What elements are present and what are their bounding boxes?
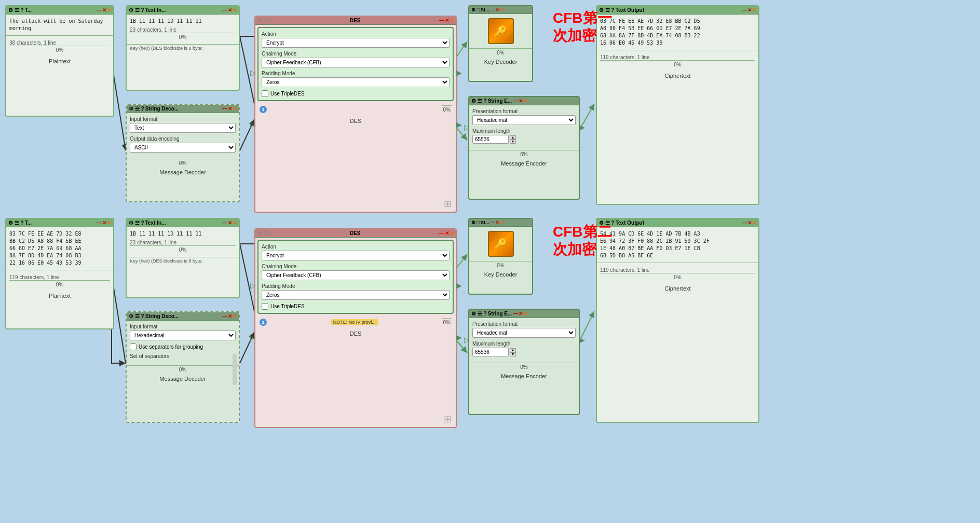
action-label-2: Action	[262, 244, 450, 250]
max-length-input-2[interactable]	[472, 348, 509, 356]
string-decoder-progress-1: 0%	[127, 159, 239, 167]
spin-up-2[interactable]: ▲	[510, 348, 516, 352]
plaintext-content-1: The attack will be on Saturday morning	[6, 15, 113, 35]
minimize-icon[interactable]: —	[97, 7, 102, 13]
spin-down-1[interactable]: ▼	[510, 140, 516, 144]
des-title-2: DES	[273, 230, 439, 236]
presentation-select-1[interactable]: Hexadecimal	[472, 115, 576, 125]
action-select-2[interactable]: Encrypt	[262, 251, 450, 260]
max-length-group-1: Maximum length ▲ ▼	[472, 128, 576, 144]
message-encoder-content-1: Presentation format Hexadecimal Maximum …	[469, 105, 579, 150]
string-decoder-title-1: String Deco...	[145, 106, 221, 112]
max-length-label-2: Maximum length	[472, 341, 576, 347]
text-output-node-2: ⚙ ☰ ? Text Output — ✕ ✕ 54 41 9A CD 6E 4…	[596, 218, 759, 423]
string-decoder-content-1: Input format Text Output data encoding A…	[127, 113, 239, 159]
string-decoder-header-1: ⚙ ☰ ? String Deco... — ✕ ✕	[127, 105, 239, 113]
key-decoder-content-1: 🔑	[469, 14, 532, 48]
encoder-label-2: Message Encoder	[469, 372, 579, 380]
padding-group-2: Padding Mode Zeros	[262, 283, 450, 300]
triple-des-label-2: Use TripleDES	[270, 304, 305, 309]
des-badge-1: 1	[260, 106, 267, 113]
des-output-connector-3: ▶	[456, 281, 462, 290]
plaintext-node-1: ⚙ ☰ ? T... — ✕ ✕ The attack will be on S…	[5, 5, 114, 117]
input-format-group-2: Input format Hexadecimal	[130, 324, 236, 340]
spin-up-1[interactable]: ▲	[510, 135, 516, 140]
spin-down-2[interactable]: ▼	[510, 352, 516, 356]
text-output-content-1: 03 7C FE EE AE 7D 32 E8 BB C2 D5 A8 88 F…	[597, 15, 758, 50]
string-decoder-node-1: ⚙ ☰ ? String Deco... — ✕ ✕ Input format …	[126, 104, 240, 202]
text-input-header-2: ⚙ ☰ ? Text In... — ✕ ✕	[127, 219, 239, 227]
des-note-2: NOTE: No IV provi...	[331, 319, 378, 325]
encoder-connector-2: ▷	[464, 336, 470, 344]
key-progress-2: 0%	[130, 245, 236, 254]
des-header-1: ⚙ ☰ ? DES — ✕ ✕	[255, 17, 456, 25]
output-encoding-select-1[interactable]: ASCII	[130, 143, 236, 153]
close-icons[interactable]: — ✕ ✕	[97, 7, 111, 13]
des-resize-icon-2[interactable]: ⊞	[444, 414, 452, 425]
input-format-select-2[interactable]: Hexadecimal	[130, 331, 236, 340]
chaining-select-2[interactable]: Cipher Feedback (CFB)	[262, 270, 450, 280]
header-icons[interactable]: ⚙ ☰ ?	[8, 7, 24, 13]
presentation-label-2: Presentation format	[472, 321, 576, 327]
key-decoder-image-1: 🔑	[488, 18, 514, 44]
des-resize-icon-1[interactable]: ⊞	[444, 198, 452, 210]
string-decoder-progress-2: 0%	[127, 365, 239, 374]
spin-buttons-2[interactable]: ▲ ▼	[510, 348, 516, 356]
key-decoder-image-2: 🔑	[488, 231, 514, 257]
padding-select-1[interactable]: Zeros	[262, 77, 450, 87]
cipher-label-1: Ciphertext	[597, 72, 758, 80]
text-output-title-2: Text Output	[616, 220, 741, 226]
action-group-1: Action Encrypt	[262, 31, 450, 48]
presentation-select-2[interactable]: Hexadecimal	[472, 328, 576, 338]
plaintext-node-2: ⚙ ☰ ? T... — ✕ ✕ 03 7C FE EE AE 7D 32 E8…	[5, 218, 114, 329]
key-decoder-node-1: ⚙ □ St... — ✕ ✕ 🔑 0% Key Decoder	[468, 5, 533, 82]
string-decoder-content-2: Input format Hexadecimal Use separators …	[127, 321, 239, 365]
spin-buttons-1[interactable]: ▲ ▼	[510, 135, 516, 144]
triple-des-checkbox-2[interactable]	[262, 303, 268, 310]
key-decoder-progress-2: 0%	[469, 261, 532, 269]
presentation-group-1: Presentation format Hexadecimal	[472, 108, 576, 125]
input-format-label-2: Input format	[130, 324, 236, 329]
text-input-header-1: ⚙ ☰ ? Text In... — ✕ ✕	[127, 6, 239, 15]
chaining-label-1: Chaining Mode	[262, 51, 450, 57]
text-output-node-1: ⚙ ☰ ? Text Output — ✕ ✕ 03 7C FE EE AE 7…	[596, 5, 759, 205]
text-input-node-1: ⚙ ☰ ? Text In... — ✕ ✕ 1B 11 11 11 1D 11…	[126, 5, 240, 91]
des-progress-2: 0%	[442, 318, 452, 326]
message-encoder-content-2: Presentation format Hexadecimal Maximum …	[469, 318, 579, 363]
message-encoder-header-1: ⚙ ☰ ? String E... — ✕ ✕	[469, 97, 579, 105]
scrollbar-2[interactable]	[233, 354, 237, 385]
string-decoder-label-2: Message Decoder	[127, 375, 239, 383]
padding-select-2[interactable]: Zeros	[262, 290, 450, 300]
action-select-1[interactable]: Encrypt	[262, 38, 450, 48]
svg-line-7	[240, 244, 254, 311]
key-progress-1: 0%	[130, 33, 236, 41]
des-input-connector-2: ▷	[250, 120, 256, 129]
message-encoder-node-2: ⚙ ☰ ? String E... — ✕ ✕ ▷ ▶ Presentation…	[468, 309, 580, 415]
cipher-progress-1: 0%	[600, 60, 755, 68]
key-hex-text-1: 1B 11 11 11 1D 11 11 11	[130, 18, 236, 25]
plaintext-text-2: 03 7C FE EE AE 7D 32 E8 BB C2 D5 A8 88 F…	[9, 230, 110, 267]
input-format-select-1[interactable]: Text	[130, 123, 236, 133]
output-encoding-label-1: Output data encoding	[130, 136, 236, 142]
destroy-icon[interactable]: ✕	[107, 7, 111, 13]
triple-des-checkbox-1[interactable]	[262, 90, 268, 97]
chaining-select-1[interactable]: Cipher Feedback (CFB)	[262, 58, 450, 67]
separator-checkbox-2[interactable]	[130, 343, 137, 350]
key-decoder-title-2: St...	[481, 220, 489, 225]
max-length-input-1[interactable]	[472, 135, 509, 144]
des-input-connector-1: ▷	[250, 68, 256, 77]
plaintext-header-1: ⚙ ☰ ? T... — ✕ ✕	[6, 6, 113, 15]
encoder-label-1: Message Encoder	[469, 159, 579, 168]
chaining-group-2: Chaining Mode Cipher Feedback (CFB)	[262, 264, 450, 280]
cipher-charcount-2: 119 characters, 1 line	[600, 267, 755, 273]
key-decoder-label-1: Key Decoder	[469, 58, 532, 66]
plaintext-label-1: Plaintext	[6, 57, 113, 65]
des-input-connector-3: ▷	[250, 281, 256, 290]
cipher-progress-2: 0%	[600, 273, 755, 281]
key-decoder-label-2: Key Decoder	[469, 270, 532, 279]
annotation-2: CFB第二 次加密	[553, 223, 612, 258]
cipher-label-2: Ciphertext	[597, 284, 758, 293]
max-length-input-group-2: ▲ ▼	[472, 348, 576, 356]
close-icon[interactable]: ✕	[102, 7, 106, 13]
string-decoder-header-2: ⚙ ☰ ? String Deco... — ✕ ✕	[127, 312, 239, 321]
